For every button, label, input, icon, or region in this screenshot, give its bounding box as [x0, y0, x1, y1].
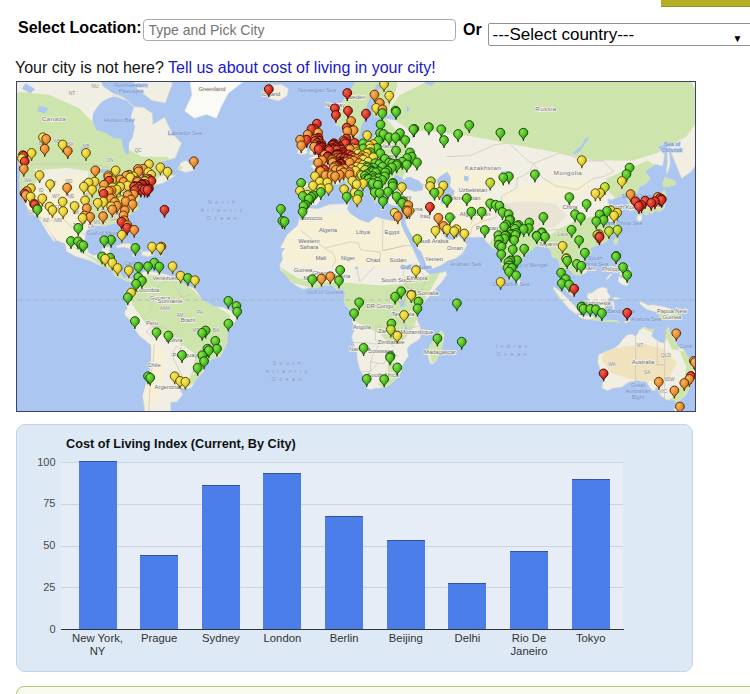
svg-text:Hudson Bay: Hudson Bay	[104, 117, 135, 123]
svg-text:Sudan: Sudan	[390, 257, 407, 263]
svg-text:O c e a n: O c e a n	[497, 351, 528, 357]
svg-text:Russia: Russia	[535, 105, 556, 112]
svg-text:Angola: Angola	[353, 324, 372, 330]
svg-text:Laos: Laos	[558, 232, 569, 237]
svg-text:PA: PA	[197, 310, 204, 315]
svg-text:Sea ofOkhotsk: Sea ofOkhotsk	[662, 141, 683, 153]
svg-text:Canada: Canada	[42, 115, 66, 122]
svg-text:ON: ON	[106, 158, 114, 163]
svg-text:QC: QC	[134, 148, 142, 153]
svg-text:WA: WA	[24, 178, 32, 183]
svg-text:Mozambique: Mozambique	[400, 329, 433, 335]
svg-text:NSW: NSW	[663, 377, 675, 382]
svg-text:WesternSahara: WesternSahara	[298, 238, 319, 250]
svg-text:N o r t h: N o r t h	[208, 199, 236, 205]
svg-text:QLD: QLD	[661, 353, 671, 358]
svg-text:GA: GA	[110, 217, 118, 222]
svg-text:NT: NT	[69, 91, 75, 96]
svg-text:Iraq: Iraq	[420, 213, 430, 219]
svg-text:Coral: Coral	[679, 343, 692, 349]
svg-text:O c e a n: O c e a n	[272, 376, 303, 382]
svg-text:Mali: Mali	[316, 255, 327, 261]
svg-text:Zimbabwe: Zimbabwe	[378, 339, 405, 345]
svg-text:Egypt: Egypt	[385, 229, 400, 235]
svg-text:SA: SA	[644, 370, 651, 375]
svg-text:Chad: Chad	[366, 257, 380, 263]
svg-text:MS: MS	[93, 220, 100, 225]
svg-text:A t l a n t i c: A t l a n t i c	[201, 207, 244, 213]
svg-text:I n d i a n: I n d i a n	[495, 343, 528, 349]
svg-text:China: China	[562, 204, 578, 210]
svg-text:Mongolia: Mongolia	[554, 169, 582, 176]
svg-text:Greenland: Greenland	[198, 86, 225, 92]
svg-text:NE: NE	[68, 194, 75, 199]
svg-text:Argentina: Argentina	[155, 384, 181, 390]
svg-text:VIC: VIC	[659, 389, 668, 394]
svg-text:Australia: Australia	[632, 359, 655, 365]
svg-text:S o u t h: S o u t h	[272, 360, 301, 366]
svg-text:East China Sea: East China Sea	[604, 220, 644, 226]
svg-text:AM: AM	[176, 313, 183, 318]
svg-text:Algeria: Algeria	[319, 227, 338, 233]
svg-text:Gulf of Guinea: Gulf of Guinea	[307, 289, 344, 295]
svg-text:Ethiopia: Ethiopia	[407, 275, 429, 281]
svg-text:Suriname: Suriname	[158, 298, 183, 304]
svg-text:Oman: Oman	[447, 245, 463, 251]
svg-text:BA: BA	[213, 328, 220, 333]
svg-text:NT: NT	[637, 343, 643, 348]
svg-text:AMA: AMA	[160, 306, 171, 311]
svg-text:Kazakhstan: Kazakhstan	[465, 164, 501, 171]
svg-text:Somalia: Somalia	[418, 290, 440, 296]
svg-text:DR Congo: DR Congo	[366, 303, 393, 309]
svg-text:Norwegian Sea: Norwegian Sea	[298, 87, 337, 93]
svg-text:NM: NM	[54, 218, 61, 223]
svg-text:Peru: Peru	[146, 320, 158, 326]
svg-text:ID: ID	[39, 188, 44, 193]
svg-text:NorthwesternPassages: NorthwesternPassages	[114, 82, 147, 94]
svg-text:Arabian Sea: Arabian Sea	[451, 261, 483, 267]
svg-text:Uzbekistan: Uzbekistan	[459, 187, 488, 193]
svg-text:Niger: Niger	[341, 255, 355, 261]
svg-text:Yemen: Yemen	[425, 256, 443, 262]
svg-text:Arafura Sea: Arafura Sea	[631, 316, 662, 322]
svg-text:Madagascar: Madagascar	[424, 349, 456, 355]
svg-text:WA: WA	[608, 362, 616, 367]
svg-text:Chile: Chile	[147, 362, 160, 368]
svg-text:Libya: Libya	[356, 229, 371, 235]
svg-text:O c e a n: O c e a n	[207, 215, 238, 221]
svg-text:Guinea: Guinea	[294, 267, 313, 273]
svg-text:Labrador Sea: Labrador Sea	[168, 130, 203, 136]
svg-text:NU: NU	[92, 84, 99, 89]
svg-text:AZ: AZ	[43, 218, 49, 223]
svg-text:A t l a n t i c: A t l a n t i c	[266, 368, 309, 374]
